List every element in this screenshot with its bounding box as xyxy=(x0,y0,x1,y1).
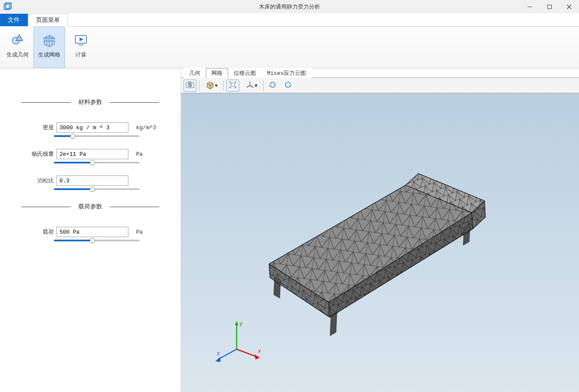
svg-text:x: x xyxy=(258,347,261,354)
chevron-down-icon: ▾ xyxy=(255,82,258,89)
rotate-ccw-icon xyxy=(284,80,292,90)
load-unit: Pa xyxy=(136,229,143,235)
load-input[interactable] xyxy=(56,227,128,237)
density-row: 密度 kg/m^3 xyxy=(30,122,159,133)
tab-geometry[interactable]: 几何 xyxy=(184,68,206,78)
svg-rect-3 xyxy=(548,5,552,9)
3d-viewport[interactable]: y x z xyxy=(181,93,579,392)
tab-mesh[interactable]: 网格 xyxy=(206,68,228,78)
material-heading: 材料参数 xyxy=(21,98,159,106)
young-unit: Pa xyxy=(136,151,143,157)
svg-marker-39 xyxy=(330,312,337,336)
ribbon-gen-geometry[interactable]: 生成几何 xyxy=(2,27,33,68)
svg-marker-40 xyxy=(463,224,470,245)
load-slider[interactable] xyxy=(54,240,140,241)
svg-line-48 xyxy=(218,349,237,359)
svg-line-45 xyxy=(237,349,257,357)
view-toolbar: ▾ ▾ xyxy=(181,78,579,93)
window-title: 木床的通用静力受力分析 xyxy=(0,3,579,11)
svg-line-27 xyxy=(246,86,250,87)
axis-triad-button[interactable]: ▾ xyxy=(242,80,261,91)
tab-mises[interactable]: Mises应力云图 xyxy=(261,68,312,78)
ribbon-label: 计算 xyxy=(75,51,86,59)
svg-text:z: z xyxy=(217,350,220,356)
view-cube-button[interactable]: ▾ xyxy=(202,80,221,91)
load-heading: 载荷参数 xyxy=(21,203,159,211)
ribbon-compute[interactable]: 计算 xyxy=(65,27,97,68)
ribbon-label: 生成网格 xyxy=(38,51,60,59)
geometry-icon xyxy=(9,31,26,48)
poisson-input[interactable] xyxy=(56,175,128,186)
young-label: 杨氏模量 xyxy=(30,150,54,158)
chevron-down-icon: ▾ xyxy=(215,82,218,89)
svg-rect-24 xyxy=(231,83,235,86)
svg-marker-38 xyxy=(274,277,281,298)
zoom-extents-button[interactable] xyxy=(226,80,239,92)
menu-page[interactable]: 页面菜单 xyxy=(28,14,68,27)
parameters-panel: 材料参数 密度 kg/m^3 杨氏模量 Pa 泊松比 载荷参数 载荷 xyxy=(0,68,181,392)
mesh-icon xyxy=(41,31,58,48)
young-input[interactable] xyxy=(56,149,128,159)
poisson-label: 泊松比 xyxy=(30,177,54,184)
rotate-cw-button[interactable] xyxy=(266,80,279,92)
minimize-button[interactable] xyxy=(520,0,540,14)
rotate-ccw-button[interactable] xyxy=(282,80,294,92)
app-icon xyxy=(2,1,14,13)
density-unit: kg/m^3 xyxy=(136,125,156,131)
svg-marker-43 xyxy=(235,321,238,325)
load-row: 载荷 Pa xyxy=(30,227,159,237)
tab-displacement[interactable]: 位移云图 xyxy=(228,68,261,78)
svg-marker-15 xyxy=(80,38,83,41)
svg-rect-19 xyxy=(188,82,190,83)
axis-icon xyxy=(245,80,255,91)
load-label: 载荷 xyxy=(30,228,54,236)
zoom-extents-icon xyxy=(229,81,237,90)
axis-triad: y x z xyxy=(211,319,262,366)
poisson-row: 泊松比 xyxy=(30,175,159,186)
svg-line-26 xyxy=(250,86,253,87)
menu-bar: 文件 页面菜单 xyxy=(0,14,579,27)
menu-file[interactable]: 文件 xyxy=(0,14,28,26)
young-slider[interactable] xyxy=(54,162,140,163)
maximize-button[interactable] xyxy=(540,0,559,14)
svg-point-18 xyxy=(188,83,192,87)
density-slider[interactable] xyxy=(54,135,140,137)
density-input[interactable] xyxy=(56,122,128,133)
ribbon: 生成几何 生成网格 计算 xyxy=(0,27,579,68)
close-button[interactable] xyxy=(559,0,579,14)
screenshot-button[interactable] xyxy=(184,80,196,92)
ribbon-gen-mesh[interactable]: 生成网格 xyxy=(33,27,65,68)
ribbon-label: 生成几何 xyxy=(6,51,29,59)
young-row: 杨氏模量 Pa xyxy=(30,149,159,159)
compute-icon xyxy=(72,31,89,48)
cube-icon xyxy=(205,80,215,91)
rotate-cw-icon xyxy=(268,80,277,90)
svg-text:y: y xyxy=(240,320,243,327)
density-label: 密度 xyxy=(30,124,54,131)
title-bar: 木床的通用静力受力分析 xyxy=(0,0,579,14)
poisson-slider[interactable] xyxy=(54,188,140,190)
view-tabs: 几何 网格 位移云图 Mises应力云图 xyxy=(181,68,579,78)
svg-marker-46 xyxy=(255,354,260,359)
camera-icon xyxy=(186,81,194,89)
svg-marker-49 xyxy=(215,357,220,362)
